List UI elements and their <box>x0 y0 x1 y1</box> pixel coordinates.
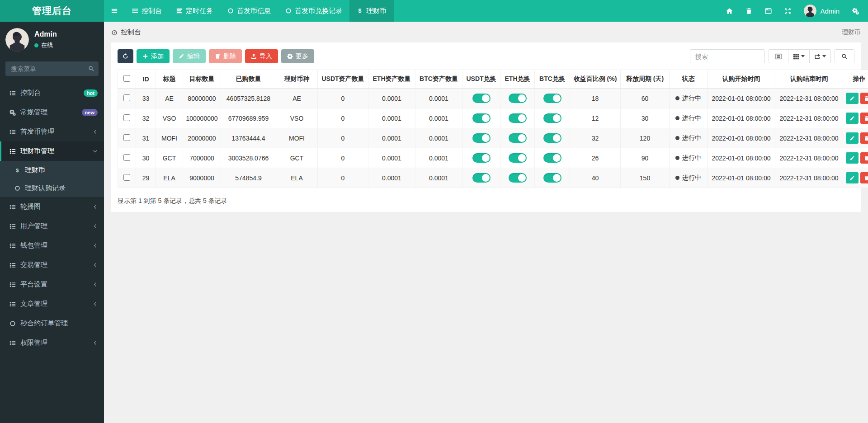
eth-swap-toggle[interactable] <box>509 133 527 143</box>
chevron-down-icon <box>93 149 98 154</box>
sidebar-item-trade-manage[interactable]: 交易管理 <box>0 255 104 275</box>
columns-grid-icon <box>793 53 799 60</box>
cell-actions <box>843 108 868 128</box>
row-checkbox[interactable] <box>123 114 130 121</box>
usdt-swap-toggle[interactable] <box>472 94 491 103</box>
cell-coin: ELA <box>276 168 318 188</box>
fullscreen-button[interactable] <box>778 0 797 22</box>
export-button[interactable] <box>809 49 831 63</box>
table-row[interactable]: 32VSO10000000067709689.959VSO00.00010.00… <box>118 108 868 128</box>
cell-start: 2022-01-01 08:00:00 <box>708 168 775 188</box>
cell-check <box>118 168 136 188</box>
cell-eth_amount: 0.0001 <box>368 128 415 148</box>
sidebar-toggle-button[interactable] <box>104 0 125 22</box>
row-edit-button[interactable] <box>846 152 859 164</box>
settings-button[interactable] <box>846 0 868 22</box>
sidebar-item-banner[interactable]: 轮播图 <box>0 197 104 216</box>
import-button[interactable]: 导入 <box>245 49 278 63</box>
delete-button[interactable]: 删除 <box>209 49 242 63</box>
sidebar-item-general-manage[interactable]: 常规管理new <box>0 103 104 122</box>
cell-eth_amount: 0.0001 <box>368 89 415 108</box>
btc-swap-toggle[interactable] <box>543 153 561 163</box>
sidebar-item-finance-subscribe-records[interactable]: 理财认购记录 <box>0 179 104 197</box>
cell-status: 进行中 <box>670 148 708 168</box>
sidebar-item-dashboard[interactable]: 控制台hot <box>0 83 104 103</box>
row-checkbox[interactable] <box>123 134 130 141</box>
row-edit-button[interactable] <box>846 172 859 183</box>
eth-swap-toggle[interactable] <box>509 153 527 163</box>
table-row[interactable]: 29ELA9000000574854.9ELA00.00010.00014015… <box>118 168 868 188</box>
row-delete-button[interactable] <box>860 93 868 104</box>
btc-swap-toggle[interactable] <box>543 94 561 103</box>
tab-dashboard[interactable]: 控制台 <box>125 0 169 22</box>
btc-swap-toggle[interactable] <box>543 113 561 123</box>
columns-button[interactable] <box>788 49 810 63</box>
cell-status: 进行中 <box>670 128 708 148</box>
row-delete-button[interactable] <box>860 113 868 124</box>
row-edit-button[interactable] <box>846 113 859 124</box>
export-icon <box>814 53 821 60</box>
usdt-swap-toggle[interactable] <box>472 133 491 143</box>
table-row[interactable]: 33AE8000000046057325.8128AE00.00010.0001… <box>118 89 868 108</box>
sidebar-item-contract-orders[interactable]: 秒合约订单管理 <box>0 314 104 333</box>
sidebar-item-permission-manage[interactable]: 权限管理 <box>0 333 104 352</box>
select-all-checkbox[interactable] <box>123 75 130 82</box>
col-header-status: 状态 <box>670 70 708 89</box>
user-menu-button[interactable]: Admin <box>797 0 846 22</box>
usdt-swap-toggle[interactable] <box>472 113 491 123</box>
tab-finance-coin[interactable]: $理财币 <box>349 0 394 22</box>
sidebar-item-label: 理财币管理 <box>20 147 93 155</box>
row-edit-button[interactable] <box>846 132 859 144</box>
btc-swap-toggle[interactable] <box>543 173 561 183</box>
sidebar-menu-search-input[interactable] <box>5 61 99 76</box>
chevron-left-icon <box>93 224 98 229</box>
detail-view-button[interactable] <box>769 49 788 63</box>
cell-check <box>118 148 136 168</box>
eth-swap-toggle[interactable] <box>509 94 527 103</box>
app-logo[interactable]: 管理后台 <box>0 0 104 22</box>
submenu-finance-manage: $理财币理财认购记录 <box>0 161 104 197</box>
search-submit-button[interactable] <box>835 49 854 63</box>
cell-usdt_amount: 0 <box>318 168 368 188</box>
usdt-swap-toggle[interactable] <box>472 173 491 183</box>
table-row[interactable]: 30GCT70000003003528.0766GCT00.00010.0001… <box>118 148 868 168</box>
table-search-input[interactable] <box>690 49 765 63</box>
tab-ico-exchange-records[interactable]: 首发币兑换记录 <box>278 0 349 22</box>
sidebar-item-finance-manage[interactable]: 理财币管理 <box>0 141 104 161</box>
add-button[interactable]: 添加 <box>137 49 170 63</box>
breadcrumb-section-link[interactable]: 控制台 <box>111 28 141 37</box>
trash-button[interactable] <box>739 0 759 22</box>
cell-purchased: 574854.9 <box>221 168 276 188</box>
window-button[interactable] <box>759 0 778 22</box>
eth-swap-toggle[interactable] <box>509 173 527 183</box>
col-header-coin: 理财币种 <box>276 70 318 89</box>
pencil-icon <box>179 53 184 59</box>
table-row[interactable]: 31MOFI2000000013763444.4MOFI00.00010.000… <box>118 128 868 148</box>
home-button[interactable] <box>720 0 739 22</box>
refresh-button[interactable] <box>118 49 133 63</box>
tab-cron-tasks[interactable]: 定时任务 <box>169 0 220 22</box>
row-delete-button[interactable] <box>860 172 868 183</box>
row-checkbox[interactable] <box>123 94 130 101</box>
sidebar-item-wallet-manage[interactable]: 钱包管理 <box>0 236 104 255</box>
edit-button[interactable]: 编辑 <box>173 49 206 63</box>
sidebar-item-platform-settings[interactable]: 平台设置 <box>0 275 104 294</box>
sidebar-item-article-manage[interactable]: 文章管理 <box>0 294 104 314</box>
row-delete-button[interactable] <box>860 132 868 144</box>
usdt-swap-toggle[interactable] <box>472 153 491 163</box>
more-button[interactable]: 更多 <box>281 49 314 63</box>
sidebar-item-finance-coin[interactable]: $理财币 <box>0 161 104 179</box>
badge-hot: hot <box>84 89 98 97</box>
sidebar-item-label: 秒合约订单管理 <box>20 319 98 328</box>
btc-swap-toggle[interactable] <box>543 133 561 143</box>
row-checkbox[interactable] <box>123 154 130 161</box>
tab-ico-info[interactable]: 首发币信息 <box>220 0 278 22</box>
cell-check <box>118 128 136 148</box>
sidebar-item-user-manage[interactable]: 用户管理 <box>0 216 104 236</box>
avatar <box>804 5 816 17</box>
row-delete-button[interactable] <box>860 152 868 164</box>
row-edit-button[interactable] <box>846 93 859 104</box>
eth-swap-toggle[interactable] <box>509 113 527 123</box>
sidebar-item-ico-manage[interactable]: 首发币管理 <box>0 122 104 141</box>
row-checkbox[interactable] <box>123 174 130 181</box>
